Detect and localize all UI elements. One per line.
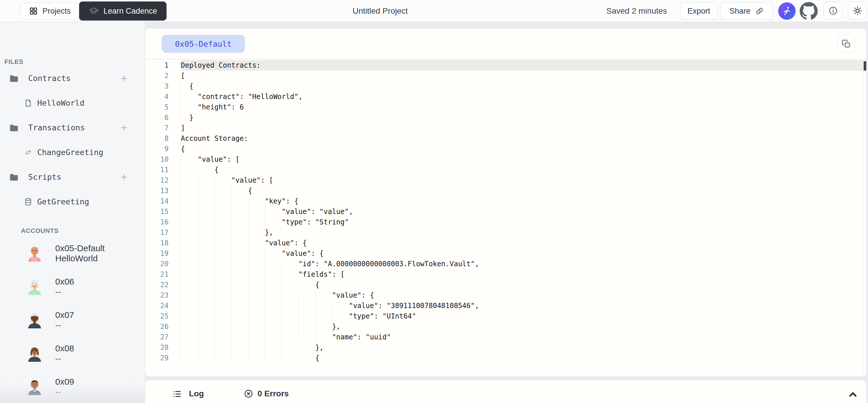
line-number: 24 [145,301,168,311]
line-number: 29 [145,353,168,363]
link-icon [755,7,764,15]
add-transactions-button[interactable] [118,122,130,134]
sidebar-file-helloworld[interactable]: HelloWorld [0,91,145,115]
code-line-28: 28 }, [145,342,863,353]
code-text: }, [181,322,863,332]
learn-cadence-label: Learn Cadence [103,7,157,16]
code-line-2: 2[ [145,71,863,81]
export-label: Export [687,7,710,16]
code-scrollbar-thumb[interactable] [864,61,866,71]
code-text: "value": [ [181,154,863,165]
info-button[interactable] [824,1,842,20]
editor-tab-row: 0x05-Default [145,29,866,60]
add-scripts-button[interactable] [118,171,130,183]
folder-label: Scripts [28,172,61,181]
line-number: 3 [145,81,168,92]
account-address: 0x09 [55,377,74,387]
collapse-log-button[interactable] [846,387,860,401]
line-number: 1 [145,60,168,71]
files-section-label: FILES [4,58,23,66]
code-line-29: 29 { [145,353,863,363]
line-number: 19 [145,248,168,259]
add-contracts-button[interactable] [118,73,130,84]
sidebar-file-changegreeting[interactable]: ChangeGreeting [0,140,145,165]
account-item-0x05-default[interactable]: 0x05-DefaultHelloWorld [0,236,145,270]
account-item-0x09[interactable]: 0x09-- [0,370,145,403]
log-tab[interactable]: Log [189,389,204,398]
swap-arrows-icon [24,148,33,157]
code-line-16: 16 "type": "String" [145,217,863,227]
code-text: "value": [ [181,175,863,186]
account-avatar [26,311,43,329]
flow-runner-avatar[interactable] [778,2,796,20]
code-text: "value": "3891110078048108546", [181,301,863,311]
code-line-11: 11 { [145,165,863,175]
line-number: 21 [145,269,168,279]
account-avatar [26,277,43,296]
line-number: 11 [145,165,168,175]
chevron-up-icon [847,389,859,400]
copy-button[interactable] [837,35,855,53]
code-output-area[interactable]: 1Deployed Contracts:2[3 {4 "contract": "… [145,60,863,376]
code-line-4: 4 "contract": "HelloWorld", [145,92,863,102]
log-panel: Log 0 Errors [145,380,866,403]
code-line-23: 23 "value": { [145,290,863,301]
code-text: { [181,186,863,196]
line-number: 12 [145,175,168,186]
info-icon [828,6,838,16]
code-line-24: 24 "value": "3891110078048108546", [145,301,863,311]
line-number: 6 [145,112,168,123]
code-text: "fields": [ [181,269,863,279]
code-text: { [181,279,863,290]
code-text: "value": { [181,248,863,259]
sidebar-file-getgreeting[interactable]: GetGreeting [0,189,145,214]
code-line-8: 8Account Storage: [145,133,863,144]
sidebar-item-scripts[interactable]: Scripts [0,165,145,189]
folder-label: Contracts [28,74,71,83]
share-label: Share [729,7,750,16]
sidebar-item-transactions[interactable]: Transactions [0,115,145,140]
account-item-0x08[interactable]: 0x08-- [0,337,145,370]
code-line-22: 22 { [145,279,863,290]
theme-toggle-button[interactable] [848,1,867,20]
copy-icon [841,39,851,49]
document-icon [24,99,33,107]
editor-panel: 0x05-Default 1Deployed Contracts:2[3 {4 … [145,29,866,376]
github-icon[interactable] [800,2,818,20]
account-tab-chip[interactable]: 0x05-Default [162,35,245,53]
account-deployed-contract: -- [55,320,74,330]
account-address: 0x05-Default [55,243,105,253]
code-line-27: 27 "name": "uuid" [145,332,863,342]
code-text: [ [181,71,863,81]
projects-label: Projects [42,7,71,16]
top-bar: Projects Learn Cadence Untitled Project … [0,0,868,22]
file-label: GetGreeting [37,197,89,206]
code-line-10: 10 "value": [ [145,154,863,165]
line-number: 27 [145,332,168,342]
grid-icon [29,7,38,15]
accounts-section-label: ACCOUNTS [21,227,58,235]
export-button[interactable]: Export [680,2,718,20]
graduation-cap-icon [88,6,99,16]
account-address: 0x08 [55,343,74,354]
log-row: Log 0 Errors [145,380,866,403]
line-number: 26 [145,322,168,332]
code-line-7: 7] [145,123,863,133]
code-line-17: 17 }, [145,227,863,238]
share-button[interactable]: Share [720,2,773,20]
account-avatar [26,244,43,262]
line-number: 23 [145,290,168,301]
page-title: Untitled Project [352,0,408,22]
code-text: ] [181,123,863,133]
account-item-0x07[interactable]: 0x07-- [0,303,145,337]
line-number: 16 [145,217,168,227]
account-deployed-contract: -- [55,387,74,397]
code-line-13: 13 { [145,186,863,196]
learn-cadence-button[interactable]: Learn Cadence [79,1,166,21]
line-number: 22 [145,279,168,290]
account-item-0x06[interactable]: 0x06-- [0,270,145,303]
sidebar-item-contracts[interactable]: Contracts [0,66,145,91]
projects-button[interactable]: Projects [20,3,80,20]
errors-tab[interactable]: 0 Errors [257,389,289,398]
account-deployed-contract: -- [55,354,74,364]
